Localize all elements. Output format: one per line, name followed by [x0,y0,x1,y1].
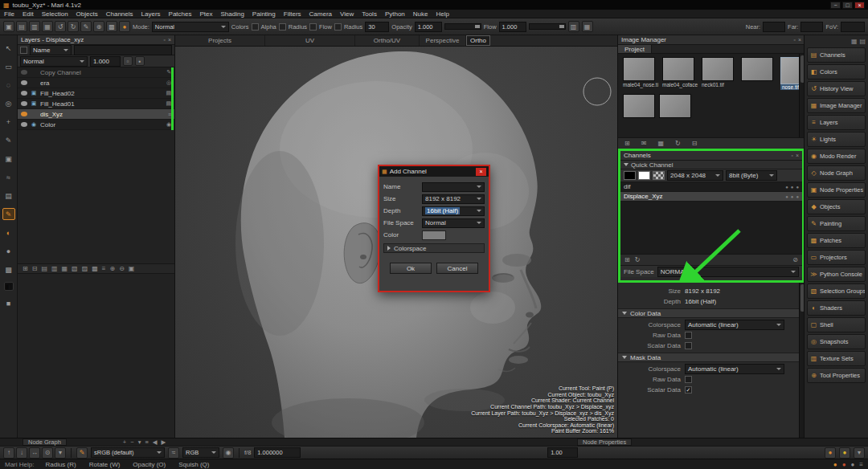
sidebar-item-tool-properties[interactable]: ⊕ Tool Properties [807,368,866,383]
remove-channel-icon[interactable]: ⊘ [792,256,798,263]
layer-row-copy-channel[interactable]: Copy Channel ✎ [18,67,174,78]
blend-mode-dropdown[interactable]: Normal [152,22,229,32]
sidebar-item-projectors[interactable]: ▭ Projectors [807,250,866,265]
channel-depth-dropdown[interactable]: 16bit (Half) [422,206,485,216]
menu-item[interactable]: Painting [248,10,280,18]
channel-size-dropdown[interactable]: 8192 x 8192 [422,194,485,204]
sidebar-item-layers[interactable]: ≡ Layers [807,115,866,130]
menu-item[interactable]: Ptex [195,10,216,18]
add-channel-icon[interactable]: ⊞ [624,256,630,263]
near-input[interactable] [763,22,785,32]
close-button[interactable]: × [854,2,865,9]
toolbar-icon[interactable]: ▣ [3,21,14,32]
menu-item[interactable]: Python [381,10,409,18]
visibility-icon[interactable]: ◉ [223,447,234,459]
pan-tool-icon[interactable]: + [2,116,15,128]
sidebar-item-objects[interactable]: ◆ Objects [807,199,866,214]
visibility-eye-icon[interactable] [21,70,27,75]
flow-toggle[interactable] [334,23,342,31]
panel-menu-icon[interactable]: ▫ [163,37,165,43]
marquee-select-tool-icon[interactable]: ▭ [2,60,15,72]
sidebar-item-texture-sets[interactable]: ▥ Texture Sets [807,351,866,366]
layers-toolbar-icon[interactable]: ⊕ [109,265,115,272]
menu-item[interactable]: Selection [38,10,72,18]
transparent-swatch[interactable] [653,171,665,180]
scalar-data-checkbox[interactable] [685,342,692,349]
raw-data-checkbox[interactable] [685,332,692,339]
layers-toolbar-icon[interactable]: ▥ [51,265,58,272]
view-transform-icon[interactable]: ⊙ [42,447,53,459]
tab-perspective[interactable]: Perspective [420,35,466,46]
panel-menu-icon[interactable]: ▫ [793,37,795,43]
tab-node-properties[interactable]: Node Properties [577,438,632,446]
symmetry-icon[interactable]: ▥ [568,21,579,32]
layers-toolbar-icon[interactable]: ▦ [62,265,68,272]
cancel-button[interactable]: Cancel [436,263,478,274]
eyedropper-tool-icon[interactable]: ● [2,245,15,257]
menu-item[interactable]: Layers [137,10,165,18]
image-manager-toolbar-icon[interactable]: ⊟ [692,140,698,147]
layer-row-fill-head01[interactable]: ▣ Fill_Head01 ▤ [18,99,174,109]
sidebar-item-image-manager[interactable]: ▦ Image Manager [807,98,866,113]
mask-raw-data-checkbox[interactable] [685,376,692,383]
image-thumbnail-cell[interactable] [741,57,776,88]
color-data-section[interactable]: Color Data [618,308,805,318]
view-transform-icon[interactable]: ▾ [55,447,66,459]
sidebar-item-modo-render[interactable]: ◉ Modo Render [807,149,866,164]
dock-bar-icon[interactable]: ≡ [145,438,148,446]
menu-item[interactable]: Edit [18,10,38,18]
image-manager-toolbar-icon[interactable]: ▦ [657,140,664,147]
toolbar-icon[interactable]: ▦ [42,21,53,32]
image-thumbnail-cell[interactable]: male04_nose.ti [623,57,658,88]
sidebar-item-python-console[interactable]: ≫ Python Console [807,267,866,282]
layers-toolbar-icon[interactable]: ▤ [41,265,47,272]
exposure-input[interactable]: 1.000000 [254,447,301,458]
mask-tool-icon[interactable]: ◧ [4,282,14,291]
toolbar-icon[interactable]: ▤ [16,21,27,32]
menu-item[interactable]: Camera [305,10,336,18]
white-swatch[interactable] [638,171,650,180]
image-thumbnail[interactable] [741,57,773,81]
toolbar-icon[interactable]: ▥ [29,21,40,32]
menu-item[interactable]: File [0,10,18,18]
sidebar-item-shaders[interactable]: ◐ Shaders [807,300,866,316]
radius-toggle[interactable] [309,23,317,31]
sidebar-item-selection-groups[interactable]: ▧ Selection Groups [807,283,866,299]
menu-item[interactable]: Shading [216,10,248,18]
image-thumbnail[interactable] [662,57,694,81]
layer-row-color[interactable]: ◉ Color ◉ [18,120,174,130]
opacity-input[interactable]: 1.000 [415,22,442,32]
tab-projects[interactable]: Projects [175,35,265,46]
toolbar-icon[interactable]: ↺ [55,21,66,32]
chevron-menu-icon[interactable]: ▾ [854,447,865,459]
layer-opacity-input[interactable]: 1.000 [90,56,121,67]
lut-curve-icon[interactable]: ≈ [168,447,179,459]
channel-color-swatch[interactable] [422,230,446,240]
image-thumbnail[interactable] [702,57,734,81]
dialog-close-button[interactable]: × [476,168,486,176]
fov-input[interactable] [841,22,865,32]
dock-bar-icon[interactable]: + [123,438,126,446]
menu-item[interactable]: Patches [165,10,196,18]
far-input[interactable] [800,22,823,32]
quick-size-dropdown[interactable]: 2048 x 2048 [667,170,723,181]
pen-tool-icon[interactable]: ✎ [2,134,15,146]
layers-toolbar-icon[interactable]: ⊖ [119,265,125,272]
lock-layer-icon[interactable]: ▫ [123,56,133,66]
panel-close-icon[interactable]: × [798,37,801,43]
opacity-slider[interactable] [444,23,481,30]
channel-name-input[interactable] [422,182,485,192]
dock-layout-icon[interactable]: ▤ [859,38,866,47]
foreground-color-swatch[interactable]: ■ [2,297,15,309]
layers-toolbar-icon[interactable]: ⊞ [23,265,28,272]
channel-cache-icon[interactable]: ● [785,185,788,190]
layers-toolbar-icon[interactable]: ≡ [102,265,106,272]
sidebar-item-channels[interactable]: ▤ Channels [807,47,866,63]
flow-input[interactable]: 1.000 [499,22,526,32]
patch-select-tool-icon[interactable]: ▣ [2,153,15,165]
layer-row-dis-xyz[interactable]: dis_Xyz ≡ [18,109,174,120]
image-manager-toolbar-icon[interactable]: ⊞ [624,140,630,147]
channel-row-dif[interactable]: dif ● ● ● [620,182,802,192]
maximize-button[interactable]: □ [842,2,853,9]
sidebar-item-lights[interactable]: ☀ Lights [807,132,866,147]
